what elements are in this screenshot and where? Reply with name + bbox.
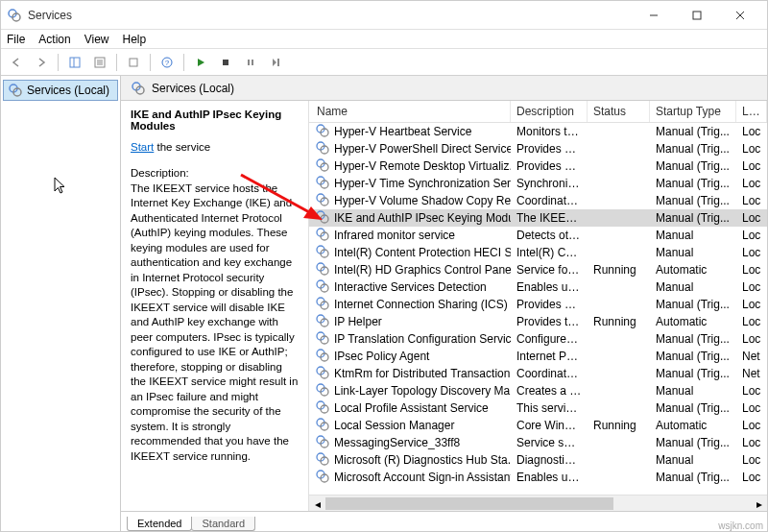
- service-desc: Enables use...: [511, 280, 588, 294]
- service-startup: Manual: [650, 229, 736, 242]
- service-row[interactable]: Intel(R) HD Graphics Control Panel...Ser…: [309, 261, 767, 278]
- service-row[interactable]: Hyper-V Time Synchronization Ser...Synch…: [309, 175, 767, 192]
- col-startup[interactable]: Startup Type: [650, 101, 736, 122]
- menu-view[interactable]: View: [84, 33, 109, 46]
- service-row[interactable]: Intel(R) Content Protection HECI S...Int…: [309, 244, 767, 261]
- menu-action[interactable]: Action: [38, 33, 70, 46]
- services-list: Name Description Status Startup Type Log…: [308, 101, 767, 511]
- service-logon: Loc: [736, 298, 767, 311]
- service-name: KtmRm for Distributed Transaction...: [334, 367, 511, 380]
- menu-file[interactable]: File: [7, 33, 25, 46]
- service-desc: Provides tu...: [511, 315, 588, 328]
- col-status[interactable]: Status: [588, 101, 650, 122]
- service-startup: Manual (Trig...: [650, 159, 736, 173]
- gear-icon: [315, 434, 334, 452]
- help-button[interactable]: ?: [156, 52, 179, 73]
- service-row[interactable]: Link-Layer Topology Discovery Ma...Creat…: [309, 382, 767, 399]
- service-desc: Provides ne...: [511, 298, 588, 311]
- minimize-button[interactable]: [632, 2, 675, 29]
- start-service-button[interactable]: [189, 52, 212, 73]
- service-name: IP Translation Configuration Service: [334, 332, 511, 346]
- maximize-button[interactable]: [675, 2, 718, 29]
- tab-standard[interactable]: Standard: [191, 517, 255, 531]
- service-logon: Loc: [736, 263, 767, 277]
- detail-panel: IKE and AuthIP IPsec Keying Modules Star…: [121, 101, 308, 511]
- service-row[interactable]: Hyper-V Volume Shadow Copy Re...Coordina…: [309, 192, 767, 209]
- main-area: Services (Local) Services (Local) IKE an…: [1, 76, 767, 531]
- show-hide-tree-button[interactable]: [63, 52, 86, 73]
- horizontal-scrollbar[interactable]: ◂ ▸: [309, 495, 767, 511]
- service-row[interactable]: Microsoft (R) Diagnostics Hub Sta...Diag…: [309, 451, 767, 469]
- service-row[interactable]: Hyper-V Remote Desktop Virtualiz...Provi…: [309, 157, 767, 175]
- description-text: The IKEEXT service hosts the Internet Ke…: [131, 182, 298, 462]
- service-desc: Enables use...: [511, 471, 588, 484]
- tab-extended[interactable]: Extended: [127, 517, 192, 531]
- service-startup: Manual (Trig...: [650, 401, 736, 415]
- service-row[interactable]: Local Profile Assistant ServiceThis serv…: [309, 399, 767, 417]
- start-service-link[interactable]: Start: [131, 141, 154, 153]
- svg-rect-20: [277, 59, 279, 66]
- svg-rect-12: [130, 59, 137, 66]
- service-name: Hyper-V PowerShell Direct Service: [334, 142, 511, 156]
- col-logon[interactable]: Log: [736, 101, 767, 122]
- scroll-right-icon[interactable]: ▸: [751, 496, 767, 512]
- service-logon: Loc: [736, 471, 767, 484]
- service-row[interactable]: Hyper-V Heartbeat ServiceMonitors th...M…: [309, 123, 767, 140]
- export-list-button[interactable]: [122, 52, 145, 73]
- forward-button[interactable]: [30, 52, 53, 73]
- service-row[interactable]: Hyper-V PowerShell Direct ServiceProvide…: [309, 140, 767, 157]
- service-desc: Service sup...: [511, 436, 588, 449]
- service-row[interactable]: Microsoft Account Sign-in AssistantEnabl…: [309, 469, 767, 486]
- service-startup: Manual (Trig...: [650, 350, 736, 363]
- service-row[interactable]: Infrared monitor serviceDetects oth...Ma…: [309, 227, 767, 244]
- gear-icon: [315, 365, 334, 383]
- tree-root-label: Services (Local): [27, 84, 109, 97]
- col-name[interactable]: Name: [309, 101, 511, 122]
- pane-header-title: Services (Local): [152, 82, 234, 95]
- col-description[interactable]: Description: [511, 101, 588, 122]
- service-row[interactable]: IKE and AuthIP IPsec Keying Modu...The I…: [309, 209, 767, 227]
- back-button[interactable]: [5, 52, 28, 73]
- service-row[interactable]: IP Translation Configuration ServiceConf…: [309, 330, 767, 348]
- service-row[interactable]: MessagingService_33ff8Service sup...Manu…: [309, 434, 767, 451]
- service-row[interactable]: IPsec Policy AgentInternet Pro...Manual …: [309, 348, 767, 365]
- service-name: Interactive Services Detection: [334, 280, 487, 294]
- gear-icon: [315, 382, 334, 400]
- tree-root-services-local[interactable]: Services (Local): [3, 80, 118, 101]
- service-logon: Loc: [736, 401, 767, 415]
- gear-icon: [315, 244, 334, 262]
- menu-help[interactable]: Help: [123, 33, 147, 46]
- service-name: Infrared monitor service: [334, 229, 455, 242]
- scroll-thumb[interactable]: [325, 497, 613, 510]
- menubar: File Action View Help: [1, 30, 767, 49]
- service-startup: Manual: [650, 384, 736, 398]
- service-name: Internet Connection Sharing (ICS): [334, 298, 508, 311]
- svg-rect-3: [693, 12, 701, 19]
- properties-button[interactable]: [88, 52, 111, 73]
- window-title: Services: [28, 9, 632, 22]
- restart-service-button[interactable]: [264, 52, 287, 73]
- detail-title: IKE and AuthIP IPsec Keying Modules: [131, 109, 300, 132]
- scroll-left-icon[interactable]: ◂: [309, 496, 325, 512]
- service-name: Intel(R) Content Protection HECI S...: [334, 246, 511, 259]
- tree-pane: Services (Local): [1, 76, 121, 531]
- service-row[interactable]: Internet Connection Sharing (ICS)Provide…: [309, 296, 767, 313]
- service-logon: Loc: [736, 246, 767, 259]
- services-icon: [131, 81, 146, 96]
- service-row[interactable]: KtmRm for Distributed Transaction...Coor…: [309, 365, 767, 382]
- service-logon: Loc: [736, 194, 767, 207]
- service-logon: Loc: [736, 142, 767, 156]
- service-startup: Manual: [650, 280, 736, 294]
- close-button[interactable]: [718, 2, 761, 29]
- service-row[interactable]: Interactive Services DetectionEnables us…: [309, 278, 767, 296]
- service-name: IP Helper: [334, 315, 382, 328]
- stop-service-button[interactable]: [214, 52, 237, 73]
- service-row[interactable]: Local Session ManagerCore Windo...Runnin…: [309, 417, 767, 434]
- service-desc: Creates a N...: [511, 384, 588, 398]
- service-startup: Manual (Trig...: [650, 211, 736, 225]
- service-desc: The IKEEXT ...: [511, 211, 588, 225]
- service-row[interactable]: IP HelperProvides tu...RunningAutomaticL…: [309, 313, 767, 330]
- pause-service-button[interactable]: [239, 52, 262, 73]
- service-desc: Configures ...: [511, 332, 588, 346]
- svg-rect-6: [70, 58, 80, 67]
